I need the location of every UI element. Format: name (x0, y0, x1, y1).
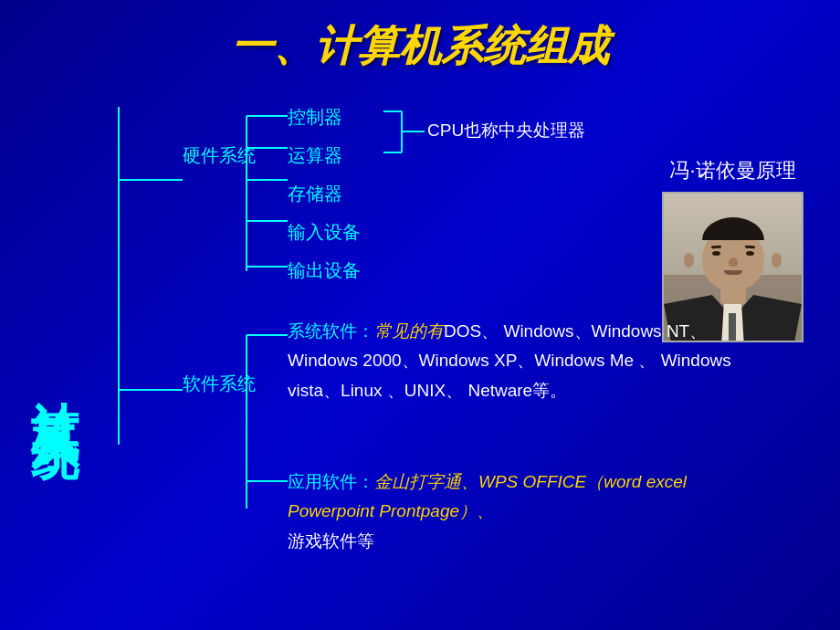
slide: 一、计算机系统组成 计算机系统 (0, 0, 840, 630)
von-neumann-label: 冯·诺依曼原理 (662, 157, 803, 184)
system-software-text: 系统软件：常见的有DOS、 Windows、Windows NT、Windows… (288, 317, 772, 405)
right-section: 硬件系统 控制器 运算器 存储器 输入设备 输出设备 CPU也称中央处理器 冯·… (91, 89, 831, 630)
app-software-text: 应用软件：金山打字通、WPS OFFICE（word excel Powerpo… (288, 467, 772, 556)
main-content: 计算机系统 (9, 89, 831, 630)
hw-item-alu: 运算器 (288, 136, 361, 174)
app-sw-label: 应用软件： (288, 472, 374, 491)
hw-item-output: 输出设备 (288, 251, 361, 289)
hardware-items: 控制器 运算器 存储器 输入设备 输出设备 (288, 98, 361, 289)
hw-item-memory: 存储器 (288, 174, 361, 213)
hw-item-controller: 控制器 (288, 98, 361, 136)
hardware-label: 硬件系统 (183, 143, 256, 168)
hw-item-input: 输入设备 (288, 213, 361, 251)
sys-sw-label: 系统软件： (288, 321, 374, 341)
app-sw-body: 游戏软件等 (288, 531, 374, 551)
von-neumann-section: 冯·诺依曼原理 (662, 157, 803, 342)
software-label: 软件系统 (183, 372, 256, 396)
app-software-block: 应用软件：金山打字通、WPS OFFICE（word excel Powerpo… (288, 467, 772, 556)
sys-sw-highlight: 常见的有 (374, 321, 444, 341)
main-system-label: 计算机系统 (26, 362, 83, 399)
cpu-note: CPU也称中央处理器 (427, 116, 585, 144)
left-section: 计算机系统 (9, 70, 91, 630)
system-software-block: 系统软件：常见的有DOS、 Windows、Windows NT、Windows… (288, 317, 772, 405)
slide-title: 一、计算机系统组成 (9, 9, 831, 89)
